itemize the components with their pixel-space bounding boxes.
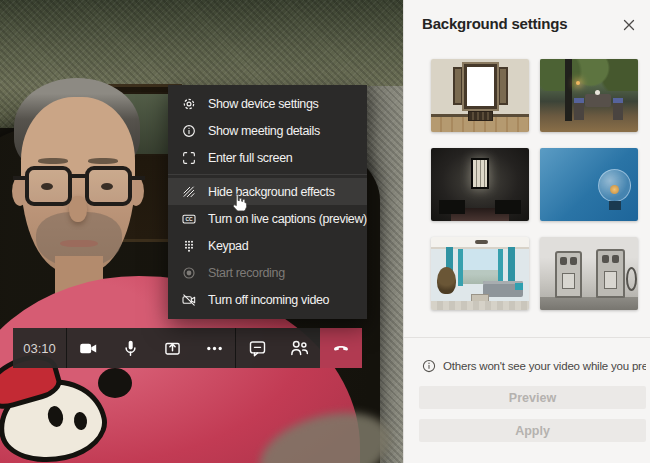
background-thumbnail-room-with-open-window[interactable] bbox=[431, 59, 529, 132]
microphone-icon bbox=[120, 338, 141, 359]
menu-item-keypad[interactable]: Keypad bbox=[168, 232, 367, 259]
teams-meeting-window: 03:10 bbox=[0, 0, 650, 463]
menu-item-show-device-settings[interactable]: Show device settings bbox=[168, 90, 367, 117]
background-effects-icon bbox=[181, 184, 197, 200]
menu-item-turn-off-incoming-video[interactable]: Turn off incoming video bbox=[168, 286, 367, 313]
background-thumbnail-evening-patio[interactable] bbox=[540, 59, 638, 132]
menu-item-turn-on-live-captions[interactable]: CC Turn on live captions (preview) bbox=[168, 205, 367, 232]
closed-captions-icon: CC bbox=[181, 211, 197, 227]
microphone-button[interactable] bbox=[109, 328, 151, 368]
more-options-icon bbox=[204, 338, 225, 359]
share-screen-icon bbox=[162, 338, 183, 359]
menu-item-enter-full-screen[interactable]: Enter full screen bbox=[168, 144, 367, 171]
share-screen-button[interactable] bbox=[151, 328, 193, 368]
background-thumbnail-vintage-gas-pumps[interactable] bbox=[540, 237, 638, 310]
video-off-icon bbox=[181, 292, 197, 308]
call-timer: 03:10 bbox=[13, 328, 66, 368]
call-controls-bar: 03:10 bbox=[13, 328, 362, 368]
close-icon bbox=[623, 19, 635, 31]
preview-privacy-note: Others won't see your video while you pr… bbox=[422, 359, 646, 373]
hang-up-icon bbox=[330, 337, 352, 359]
keypad-icon bbox=[181, 238, 197, 254]
camera-icon bbox=[78, 338, 99, 359]
preview-button[interactable]: Preview bbox=[419, 386, 646, 409]
camera-button[interactable] bbox=[67, 328, 109, 368]
menu-divider bbox=[168, 174, 367, 175]
apply-button[interactable]: Apply bbox=[419, 419, 646, 442]
svg-text:CC: CC bbox=[186, 216, 193, 222]
more-options-menu: Show device settings Show meeting detail… bbox=[168, 85, 367, 319]
background-thumbnail-dark-stone-room[interactable] bbox=[431, 148, 529, 221]
background-thumbnail-blue-lightbulb[interactable] bbox=[540, 148, 638, 221]
background-settings-panel: Background settings bbox=[403, 0, 650, 463]
participants-icon bbox=[288, 337, 310, 359]
chat-button[interactable] bbox=[236, 328, 278, 368]
menu-item-start-recording: Start recording bbox=[168, 259, 367, 286]
panel-title: Background settings bbox=[422, 15, 567, 32]
gear-icon bbox=[181, 96, 197, 112]
hang-up-button[interactable] bbox=[320, 328, 362, 368]
menu-item-show-meeting-details[interactable]: Show meeting details bbox=[168, 117, 367, 144]
close-panel-button[interactable] bbox=[620, 16, 638, 34]
eyeglasses bbox=[25, 166, 133, 210]
chat-icon bbox=[247, 338, 268, 359]
participants-button[interactable] bbox=[278, 328, 320, 368]
more-options-button[interactable] bbox=[193, 328, 235, 368]
fullscreen-icon bbox=[181, 150, 197, 166]
info-icon bbox=[422, 359, 436, 373]
background-thumbnail-porch-teal-curtains[interactable] bbox=[431, 237, 529, 310]
panel-divider bbox=[404, 337, 650, 338]
mickey-mouse-graphic bbox=[0, 360, 146, 463]
menu-item-hide-background-effects[interactable]: Hide background effects bbox=[168, 178, 367, 205]
info-icon bbox=[181, 123, 197, 139]
record-icon bbox=[181, 265, 197, 281]
